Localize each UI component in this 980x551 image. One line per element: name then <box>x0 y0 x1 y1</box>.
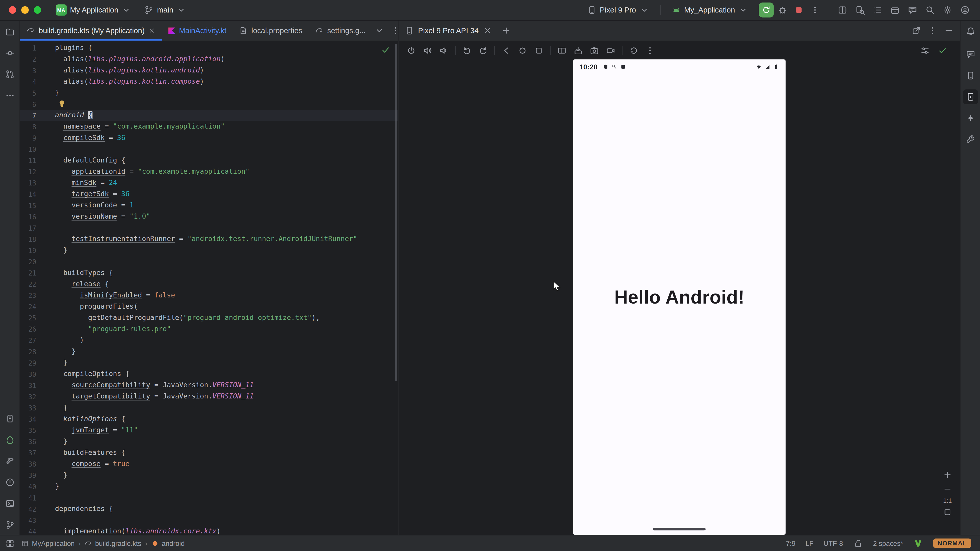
volume-up-button[interactable] <box>420 43 435 58</box>
line-number[interactable]: 44 <box>20 526 36 535</box>
debug-button[interactable] <box>775 3 790 17</box>
code-line-4[interactable]: 4 alias(libs.plugins.kotlin.compose) <box>20 76 398 87</box>
code-line-19[interactable]: 19 } <box>20 245 398 256</box>
editor-scrollbar[interactable] <box>395 44 397 381</box>
code-line-17[interactable]: 17 <box>20 222 398 233</box>
line-number[interactable]: 26 <box>20 324 36 335</box>
search-everywhere-icon[interactable] <box>923 3 938 17</box>
line-number[interactable]: 25 <box>20 312 36 324</box>
close-device-tab-icon[interactable] <box>482 25 492 35</box>
rerun-button[interactable] <box>759 3 774 17</box>
code-line-25[interactable]: 25 getDefaultProguardFile("proguard-andr… <box>20 312 398 324</box>
line-number[interactable]: 2 <box>20 54 36 65</box>
code-line-22[interactable]: 22 release { <box>20 279 398 290</box>
code-line-38[interactable]: 38 compose = true <box>20 459 398 470</box>
problems-icon[interactable] <box>2 475 18 490</box>
code-line-3[interactable]: 3 alias(libs.plugins.kotlin.android) <box>20 65 398 76</box>
home-button[interactable] <box>515 43 530 58</box>
layout-columns-icon[interactable] <box>835 3 850 17</box>
overview-button[interactable] <box>531 43 546 58</box>
code-line-28[interactable]: 28 } <box>20 346 398 357</box>
branch-selector[interactable]: main <box>140 2 191 18</box>
device-screen[interactable]: 10:20 Hello Android! <box>573 59 786 535</box>
device-manager-icon[interactable] <box>963 68 978 83</box>
code-line-26[interactable]: 26 "proguard-rules.pro" <box>20 324 398 335</box>
line-number[interactable]: 28 <box>20 346 36 357</box>
open-in-new-window-button[interactable] <box>909 23 924 38</box>
settings-icon[interactable] <box>940 3 955 17</box>
vim-mode-badge[interactable]: NORMAL <box>933 538 971 548</box>
line-separator[interactable]: LF <box>805 540 813 547</box>
caret-position[interactable]: 7:9 <box>786 540 795 547</box>
line-number[interactable]: 6 <box>20 99 36 110</box>
line-number[interactable]: 13 <box>20 178 36 189</box>
code-line-37[interactable]: 37 buildFeatures { <box>20 447 398 458</box>
build-icon[interactable] <box>2 454 18 468</box>
line-number[interactable]: 35 <box>20 425 36 436</box>
code-line-32[interactable]: 32 targetCompatibility = JavaVersion.VER… <box>20 391 398 402</box>
line-number[interactable]: 32 <box>20 391 36 402</box>
code-line-21[interactable]: 21 buildTypes { <box>20 267 398 279</box>
feedback-chat-icon[interactable] <box>905 3 920 17</box>
code-line-27[interactable]: 27 ) <box>20 335 398 346</box>
code-line-11[interactable]: 11 defaultConfig { <box>20 155 398 166</box>
code-line-9[interactable]: 9 compileSdk = 36 <box>20 132 398 144</box>
device-selector[interactable]: Pixel 9 Pro <box>582 2 653 18</box>
power-button[interactable] <box>404 43 419 58</box>
zoom-button[interactable] <box>34 6 41 14</box>
line-number[interactable]: 7 <box>20 110 36 121</box>
line-number[interactable]: 14 <box>20 189 36 200</box>
line-number[interactable]: 1 <box>20 43 36 54</box>
stop-button[interactable] <box>791 3 806 17</box>
breadcrumb-item-1[interactable]: build.gradle.kts <box>84 540 142 547</box>
inspections-ok-icon[interactable] <box>380 45 390 57</box>
code-line-15[interactable]: 15 versionCode = 1 <box>20 200 398 211</box>
task-list-icon[interactable] <box>870 3 885 17</box>
code-line-35[interactable]: 35 jvmTarget = "11" <box>20 425 398 436</box>
rotate-left-button[interactable] <box>460 43 474 58</box>
code-line-1[interactable]: 1plugins { <box>20 43 398 54</box>
code-line-5[interactable]: 5} <box>20 87 398 99</box>
record-screen-button[interactable] <box>603 43 618 58</box>
line-number[interactable]: 19 <box>20 245 36 256</box>
close-tab-icon[interactable] <box>148 27 156 34</box>
commit-tool-icon[interactable] <box>2 46 18 61</box>
code-line-24[interactable]: 24 proguardFiles( <box>20 301 398 312</box>
line-number[interactable]: 16 <box>20 211 36 222</box>
line-number[interactable]: 39 <box>20 470 36 481</box>
panel-options-button[interactable] <box>925 23 940 38</box>
line-number[interactable]: 27 <box>20 335 36 346</box>
line-number[interactable]: 23 <box>20 290 36 301</box>
line-number[interactable]: 8 <box>20 121 36 132</box>
add-device-tab-button[interactable] <box>499 23 514 38</box>
line-number[interactable]: 29 <box>20 357 36 368</box>
user-avatar-icon[interactable] <box>958 3 973 17</box>
minimize-button[interactable] <box>21 6 29 14</box>
breadcrumb-item-2[interactable]: android <box>151 540 185 547</box>
line-number[interactable]: 37 <box>20 447 36 458</box>
code-line-7[interactable]: 7android { <box>20 110 398 121</box>
line-number[interactable]: 9 <box>20 132 36 144</box>
app-inspection-icon[interactable] <box>963 132 978 147</box>
code-line-2[interactable]: 2 alias(libs.plugins.android.application… <box>20 54 398 65</box>
workspace-grid-button[interactable] <box>4 537 16 549</box>
code-line-10[interactable]: 10 <box>20 144 398 155</box>
code-line-41[interactable]: 41 <box>20 492 398 503</box>
line-number[interactable]: 33 <box>20 402 36 413</box>
hidden-tabs-button[interactable] <box>372 23 387 38</box>
back-button[interactable] <box>499 43 514 58</box>
line-number[interactable]: 12 <box>20 166 36 177</box>
fold-button[interactable] <box>554 43 570 58</box>
code-line-14[interactable]: 14 targetSdk = 36 <box>20 189 398 200</box>
code-line-34[interactable]: 34 kotlinOptions { <box>20 413 398 425</box>
intention-bulb-icon[interactable] <box>57 99 66 110</box>
code-line-16[interactable]: 16 versionName = "1.0" <box>20 211 398 222</box>
project-selector[interactable]: MA My Application <box>51 2 136 18</box>
device-explorer-icon[interactable] <box>853 3 867 17</box>
logcat-icon[interactable] <box>2 411 18 426</box>
line-number[interactable]: 4 <box>20 76 36 87</box>
hide-panel-button[interactable] <box>941 23 956 38</box>
line-number[interactable]: 20 <box>20 256 36 267</box>
assistant-chat-icon[interactable] <box>963 47 978 62</box>
code-editor[interactable]: 1plugins {2 alias(libs.plugins.android.a… <box>20 41 398 535</box>
